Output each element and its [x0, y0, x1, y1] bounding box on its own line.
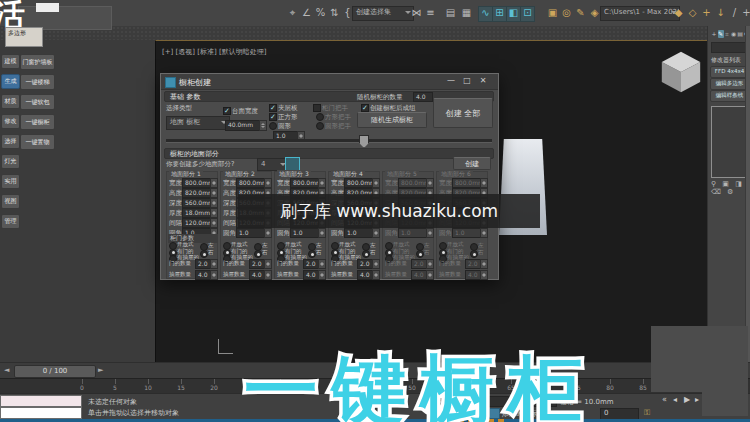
sidebar-tool-4[interactable]: 一键橱柜 [20, 114, 55, 130]
tab-create[interactable]: + [711, 30, 717, 38]
rendered-frame-icon[interactable]: ▣ [546, 6, 559, 20]
drawer-count-spinner[interactable] [210, 270, 218, 280]
dialog-slider[interactable] [166, 139, 492, 143]
drawer-count-spinner[interactable] [426, 270, 434, 280]
tab-display[interactable]: ▤ [737, 30, 743, 38]
countertop-spinner[interactable] [259, 120, 267, 131]
field-spinner[interactable] [426, 178, 434, 188]
object-name-field[interactable] [711, 42, 747, 53]
quick-modifier-1[interactable]: FFD 4x4x4 [710, 66, 749, 78]
angle-snap-icon[interactable]: ∠ [300, 6, 313, 20]
side-option-radio[interactable] [470, 250, 478, 258]
minimize-button[interactable]: — [444, 75, 458, 87]
door-count-spinner[interactable] [210, 259, 218, 269]
quick-modifier-2[interactable]: 编辑多边形 [710, 78, 749, 90]
add-icon[interactable]: + [740, 6, 750, 20]
create-all-button[interactable]: 创建 全部 [433, 98, 493, 128]
sections-create-button[interactable]: 创建 [453, 157, 491, 170]
field-spinner[interactable] [264, 178, 272, 188]
modifier-stack-box[interactable] [711, 106, 748, 178]
maximize-button[interactable]: □ [460, 75, 474, 87]
sidebar-category-3[interactable]: 材质 [1, 94, 20, 109]
type-dropdown[interactable]: 地面 橱柜 [166, 116, 230, 130]
mirror-icon[interactable]: ⋈ [410, 6, 423, 20]
field-spinner[interactable] [318, 178, 326, 188]
sidebar-category-1[interactable]: 建模 [1, 54, 20, 69]
time-slider-left-arrow[interactable]: ◄ [4, 366, 9, 374]
countertop-field[interactable]: 40.0mm [225, 120, 263, 131]
time-slider-right-arrow[interactable]: ► [98, 366, 103, 374]
side-option-radio[interactable] [200, 250, 208, 258]
key-filter-icon[interactable]: ⚿ [644, 408, 650, 418]
field-spinner[interactable] [210, 198, 218, 208]
play-icon[interactable]: ▶ [684, 395, 690, 404]
side-option-radio[interactable] [254, 250, 262, 258]
countertop-checkbox[interactable]: ✓ [223, 107, 231, 115]
time-slider[interactable]: 0 / 100 [14, 365, 96, 378]
modifier-list-label[interactable]: 修改器列表 [711, 56, 741, 65]
tab-modify[interactable]: ✎ [718, 30, 724, 38]
random-count-field[interactable]: 4.0 [413, 92, 433, 102]
panel-scrollbar[interactable] [745, 26, 750, 362]
rollout-floor-sections[interactable]: 橱柜的地面部分 [164, 148, 494, 159]
field-spinner[interactable] [210, 208, 218, 218]
previous-frame-icon[interactable]: ◂ [673, 395, 677, 404]
field-spinner[interactable] [480, 178, 488, 188]
material-editor-icon[interactable]: ◧ [506, 6, 521, 22]
side-option-radio[interactable] [362, 250, 370, 258]
viewcube[interactable] [661, 51, 701, 93]
field-spinner[interactable] [372, 178, 380, 188]
square-checkbox[interactable]: ✓ [269, 113, 277, 121]
drawer-count-spinner[interactable] [372, 270, 380, 280]
sidebar-tool-2[interactable]: 一键楼梯 [20, 74, 55, 90]
render-production-icon[interactable]: ◎ [560, 6, 573, 20]
sidebar-category-4[interactable]: 修改 [1, 114, 20, 129]
go-to-start-icon[interactable]: « [662, 395, 667, 404]
schematic-view-icon[interactable]: ⊞ [492, 6, 507, 22]
field-spinner[interactable] [210, 178, 218, 188]
door-count-spinner[interactable] [372, 259, 380, 269]
drawer-count-spinner[interactable] [264, 270, 272, 280]
next-frame-icon[interactable]: ▸ [695, 395, 699, 404]
tab-hierarchy[interactable]: ⌗ [724, 30, 730, 38]
sidebar-category-8[interactable]: 视图 [1, 194, 20, 209]
sidebar-category-6[interactable]: 灯光 [1, 154, 20, 169]
random-generate-button[interactable]: 随机生成橱柜 [357, 112, 427, 128]
sidebar-tool-1[interactable]: 门窗护墙板 [20, 54, 55, 70]
side-option-radio[interactable] [308, 250, 316, 258]
layer-explorer-icon[interactable]: ▤ [444, 6, 457, 20]
group-checkbox[interactable]: ✓ [361, 104, 369, 112]
round-radio[interactable] [269, 122, 277, 130]
dialog-titlebar[interactable]: 橱柜创建 — □ ✕ [161, 74, 498, 90]
shelf-checkbox[interactable]: ✓ [269, 104, 277, 112]
drawer-count-spinner[interactable] [318, 270, 326, 280]
handle-round-radio[interactable] [316, 122, 324, 130]
viewport-label[interactable]: [+] [透视] [标准] [默认明暗处理] [162, 47, 266, 57]
material-override-icon[interactable]: ◈ [588, 6, 601, 20]
maxscript-listener-box[interactable] [0, 407, 82, 419]
align-icon[interactable]: ≡ [424, 6, 437, 20]
curve-editor-icon[interactable]: ∿ [478, 6, 493, 22]
sidebar-category-9[interactable]: 管理 [1, 214, 20, 229]
dialog-slider-handle[interactable] [359, 135, 369, 148]
field-spinner[interactable] [480, 228, 488, 238]
open-script-icon[interactable]: ✎ [574, 6, 587, 20]
close-button[interactable]: ✕ [476, 75, 490, 87]
tab-motion[interactable]: ◉ [731, 30, 737, 38]
sidebar-category-5[interactable]: 选择 [1, 134, 20, 149]
door-count-spinner[interactable] [480, 259, 488, 269]
door-count-spinner[interactable] [426, 259, 434, 269]
field-spinner[interactable] [210, 188, 218, 198]
percent-snap-icon[interactable]: % [314, 6, 327, 20]
fetch-icon[interactable]: ↓ [714, 6, 727, 20]
export-icon[interactable]: ◇ [686, 6, 699, 20]
project-path-dropdown[interactable]: C:\Users\1 - Max 2020 [600, 6, 680, 21]
field-spinner[interactable] [372, 228, 380, 238]
import-icon[interactable]: ◆ [672, 6, 685, 20]
field-spinner[interactable] [318, 228, 326, 238]
scene-explorer-icon[interactable]: ▦ [460, 6, 473, 20]
sidebar-category-7[interactable]: 实用 [1, 174, 20, 189]
save-scene-icon[interactable]: + [700, 6, 713, 20]
handle-square-radio[interactable] [316, 113, 324, 121]
quick-modifier-3[interactable]: 编辑样条线 [710, 90, 749, 102]
